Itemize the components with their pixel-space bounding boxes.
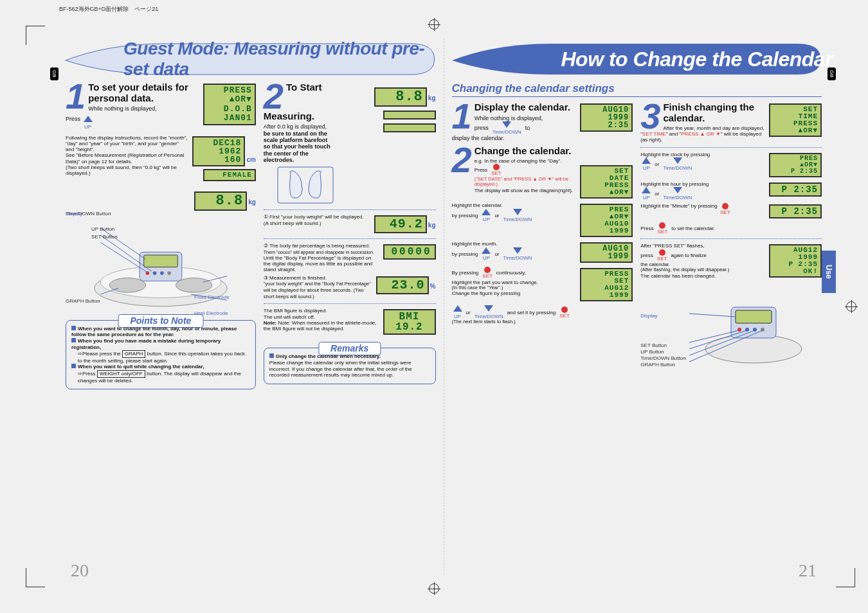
- remarks-title: Remarks: [318, 342, 381, 355]
- crop-mark: [836, 568, 855, 587]
- svg-rect-3: [144, 255, 178, 267]
- lcd-p235c: P 2:35: [769, 204, 822, 218]
- lcd-aug10b: AUG10 1999: [580, 242, 633, 263]
- points-title: Points to Note: [118, 314, 203, 328]
- lcd-88kg: 8.8: [194, 191, 247, 211]
- section-heading: Changing the calendar settings: [452, 82, 822, 97]
- right-step2-num: 2: [452, 146, 472, 175]
- svg-point-6: [160, 271, 164, 275]
- lbl-up: UP Button: [91, 226, 114, 232]
- page-number-21: 21: [799, 560, 817, 581]
- lbl-time-r: Time/DOWN Button: [640, 355, 685, 361]
- lcd-bmi: BMI 19.2: [383, 309, 436, 335]
- lbl-set-r: SET Button: [640, 342, 667, 348]
- cm-unit: cm: [246, 156, 255, 163]
- lbl-set: SET Button: [91, 234, 118, 240]
- page-21: How to Change the Calendar Changing the …: [444, 39, 830, 574]
- right-step3-num: 3: [640, 102, 660, 131]
- step1-nothing: While nothing is displayed,: [66, 105, 199, 112]
- lcd-pres-aug10: PRES ▲OR▼ AUG10 1999: [580, 204, 633, 237]
- step-number-2: 2: [264, 82, 284, 111]
- lcd-female: FEMALE: [203, 169, 256, 181]
- lcd-setdate: SET DATE PRESS ▲OR▼: [580, 165, 633, 199]
- lbl-graph-r: GRAPH Button: [640, 362, 675, 368]
- right-step1-num: 1: [452, 102, 472, 131]
- crop-mark: [26, 26, 45, 45]
- crop-mark: [26, 568, 45, 587]
- lbl-up-r: UP Button: [640, 349, 664, 355]
- set-icon: [493, 164, 500, 170]
- lcd-230: 23.0: [376, 276, 429, 294]
- points-to-note-box: Points to Note When you want to change t…: [66, 320, 256, 389]
- lcd-88: 8.8: [374, 87, 427, 107]
- lcd-press-dob: PRESS ▲OR▼ D.O.B JAN01: [203, 84, 256, 125]
- banner-title: Guest Mode: Measuring without pre-set da…: [123, 39, 436, 80]
- svg-point-20: [737, 328, 741, 332]
- page-20: Guest Mode: Measuring without pre-set da…: [58, 39, 444, 574]
- down-icon: [502, 121, 511, 128]
- kg-unit: kg: [248, 199, 256, 206]
- svg-point-9: [176, 278, 212, 292]
- svg-rect-19: [736, 310, 772, 323]
- banner-calendar: How to Change the Calendar: [452, 42, 822, 76]
- svg-rect-16: [278, 167, 333, 203]
- lbl-display: Display: [66, 211, 82, 217]
- feet-on-scale-icon: [276, 166, 334, 206]
- lcd-pressset-aug12: PRESS SET AUG12 1999: [580, 268, 633, 301]
- lcd-p235b: P 2:35: [769, 182, 822, 197]
- step-number-1: 1: [66, 82, 86, 111]
- lbl-display-r: Display: [640, 313, 657, 319]
- source-file-label: BF-562海外GB+D面付解除 ページ21: [59, 5, 158, 13]
- lcd-dec18: DEC18 1962 160: [192, 136, 245, 166]
- lcd-ooooo: 00000: [383, 244, 436, 260]
- banner-title-right: How to Change the Calendar: [561, 48, 833, 71]
- lbl-graph: GRAPH Button: [66, 298, 100, 304]
- press-label: Press: [66, 116, 80, 122]
- lcd-p235a: PRES ▲OR▼ P 2:35: [769, 153, 822, 177]
- lbl-front: Front Electrode: [194, 294, 230, 300]
- svg-point-5: [153, 271, 157, 275]
- svg-point-8: [109, 278, 145, 292]
- lcd-aug10-235: AUG10 1999 2:35: [580, 103, 633, 132]
- banner-guest-mode: Guest Mode: Measuring without pre-set da…: [66, 42, 436, 76]
- remarks-box: Remarks Only change the calendar when ne…: [264, 348, 436, 384]
- lcd-492: 49.2: [374, 215, 427, 233]
- r-step2-title: Change the calendar.: [452, 146, 633, 157]
- step1-follow: Following the display instructions, reco…: [66, 135, 188, 176]
- registration-mark: [429, 19, 439, 30]
- lcd-settime: SET TIME PRESS ▲OR▼: [769, 103, 822, 137]
- lcd-ok: AUG12 1999 P 2:35 OK!: [769, 244, 822, 278]
- scale-diagram-right: Display SET Button UP Button Time/DOWN B…: [640, 281, 822, 373]
- svg-line-10: [100, 228, 145, 260]
- svg-line-24: [689, 314, 736, 317]
- registration-mark: [429, 583, 439, 594]
- up-label: UP: [84, 124, 93, 130]
- step1-title: To set your details for personal data.: [66, 82, 199, 103]
- up-icon: [84, 116, 93, 122]
- registration-mark: [846, 301, 856, 312]
- page-number-20: 20: [71, 560, 89, 581]
- scale-diagram: Time/DOWN Button Display UP Button SET B…: [66, 216, 256, 314]
- svg-point-7: [167, 271, 171, 275]
